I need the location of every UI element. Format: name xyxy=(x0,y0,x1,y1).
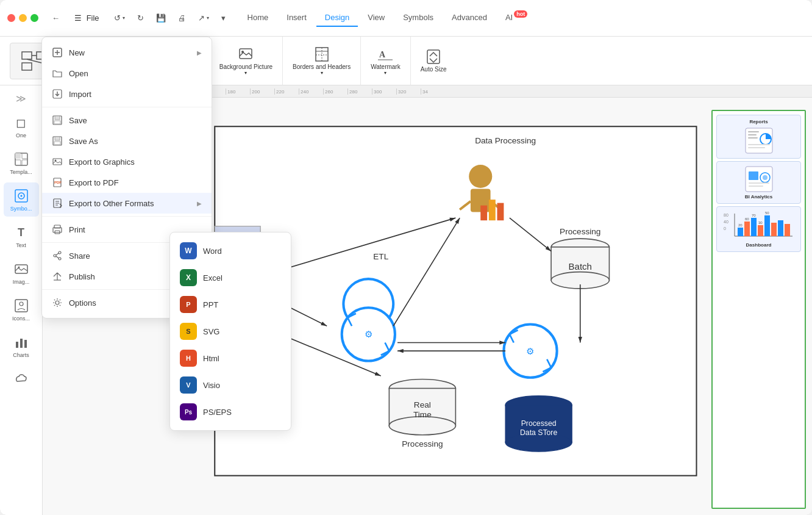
svg-point-128 xyxy=(59,251,61,254)
title-bar: ← ☰ File ↺ ▾ ↻ 💾 🖨 ↗ ▾ ▾ Home Insert De xyxy=(0,0,812,37)
watermark-group: A Watermark ▾ xyxy=(361,37,411,85)
sidebar-collapse-btn[interactable]: ≫ xyxy=(13,90,29,107)
save-button[interactable]: 💾 xyxy=(152,11,169,25)
svg-rect-83 xyxy=(749,171,758,180)
menu-item-export-other[interactable]: Export to Other Formats ▶ xyxy=(42,193,212,214)
menu-item-import[interactable]: Import xyxy=(42,84,212,104)
sub-menu-excel[interactable]: X Excel xyxy=(170,264,291,291)
sub-menu-visio[interactable]: V Visio xyxy=(170,372,291,398)
tab-ai[interactable]: AI hot xyxy=(497,9,536,27)
sidebar-item-template[interactable]: Templa... xyxy=(4,146,39,180)
undo-button[interactable]: ↺ ▾ xyxy=(110,11,129,25)
sub-menu-html[interactable]: H Html xyxy=(170,345,291,372)
file-menu-button[interactable]: ☰ File xyxy=(68,10,105,26)
svg-point-23 xyxy=(20,195,22,197)
print-menu-icon xyxy=(52,224,63,235)
svg-rect-94 xyxy=(744,221,750,236)
new-icon xyxy=(52,47,63,58)
menu-item-export-pdf[interactable]: PDF Export to PDF xyxy=(42,172,212,193)
svg-rect-87 xyxy=(749,185,763,187)
svg-point-130 xyxy=(54,254,56,257)
ruler-mark: 280 xyxy=(347,88,372,95)
bg-picture-btn[interactable]: Background Picture ▾ xyxy=(215,44,277,78)
sidebar-item-symbols[interactable]: Symbo... xyxy=(4,182,39,217)
ruler-mark: 220 xyxy=(274,88,299,95)
print-icon: 🖨 xyxy=(178,13,186,23)
tab-symbols[interactable]: Symbols xyxy=(394,9,442,27)
svg-rect-115 xyxy=(55,137,60,140)
ppt-icon: P xyxy=(180,296,197,313)
sidebar-item-text[interactable]: T Text xyxy=(4,219,39,253)
open-icon xyxy=(52,68,63,79)
export-other-arrow: ▶ xyxy=(197,200,202,207)
one-icon: ◻ xyxy=(13,114,30,131)
visio-icon: V xyxy=(180,376,197,394)
sidebar-item-charts[interactable]: Charts xyxy=(4,329,39,363)
options-icon xyxy=(52,297,63,308)
svg-point-118 xyxy=(55,160,57,162)
more-button[interactable]: ▾ xyxy=(218,11,229,25)
svg-rect-116 xyxy=(54,142,60,145)
sidebar-item-more[interactable] xyxy=(4,366,39,392)
svg-text:Processing: Processing xyxy=(560,227,600,236)
tab-insert[interactable]: Insert xyxy=(278,9,315,27)
svg-point-134 xyxy=(55,301,59,304)
app-window: ← ☰ File ↺ ▾ ↻ 💾 🖨 ↗ ▾ ▾ Home Insert De xyxy=(0,0,812,515)
menu-item-export-graphics[interactable]: Export to Graphics xyxy=(42,151,212,172)
menu-item-open[interactable]: Open xyxy=(42,63,212,84)
sub-menu-word[interactable]: W Word xyxy=(170,237,291,264)
sub-menu-ps[interactable]: Ps PS/EPS xyxy=(170,398,291,425)
borders-btn[interactable]: Borders and Headers ▾ xyxy=(288,44,355,78)
tab-design[interactable]: Design xyxy=(316,9,358,27)
svg-rect-99 xyxy=(778,220,783,236)
svg-line-132 xyxy=(56,256,59,258)
minimize-button[interactable] xyxy=(19,14,27,22)
svg-rect-30 xyxy=(24,340,27,348)
export-graphics-icon xyxy=(52,156,63,167)
ruler-mark: 240 xyxy=(299,88,323,95)
svg-rect-77 xyxy=(748,134,757,135)
svg-text:20: 20 xyxy=(738,223,743,227)
svg-text:Batch: Batch xyxy=(569,261,592,272)
save-as-icon xyxy=(52,135,63,146)
svg-rect-112 xyxy=(55,116,60,120)
autosize-btn[interactable]: Auto Size xyxy=(416,46,452,75)
svg-point-129 xyxy=(59,258,61,260)
sidebar-item-icons[interactable]: Icons... xyxy=(4,292,39,326)
svg-rect-93 xyxy=(738,228,743,236)
ruler-mark: 300 xyxy=(372,88,396,95)
svg-text:Processed: Processed xyxy=(521,419,557,428)
sub-menu-ppt[interactable]: P PPT xyxy=(170,291,291,318)
watermark-btn[interactable]: A Watermark ▾ xyxy=(366,44,405,78)
ruler-mark: 320 xyxy=(396,88,421,95)
back-button[interactable]: ← xyxy=(48,11,63,25)
svg-point-85 xyxy=(763,175,767,180)
redo-button[interactable]: ↻ xyxy=(134,11,148,25)
nav-tabs: Home Insert Design View Symbols Advanced… xyxy=(239,9,536,27)
svg-text:50: 50 xyxy=(765,211,769,215)
tab-advanced[interactable]: Advanced xyxy=(443,9,496,27)
export-arrow: ▾ xyxy=(207,15,209,21)
sidebar-item-images[interactable]: Imag... xyxy=(4,256,39,290)
sidebar-item-one[interactable]: ◻ One xyxy=(4,109,39,143)
sub-menu-svg[interactable]: S SVG xyxy=(170,318,291,345)
tab-view[interactable]: View xyxy=(359,9,393,27)
svg-text:⚙: ⚙ xyxy=(365,329,372,339)
print-button[interactable]: 🖨 xyxy=(174,11,190,25)
divider-1 xyxy=(42,107,212,107)
svg-text:⚙: ⚙ xyxy=(527,346,535,356)
svg-line-139 xyxy=(54,300,55,300)
menu-item-new[interactable]: New ▶ xyxy=(42,42,212,63)
export-button[interactable]: ↗ ▾ xyxy=(194,11,213,25)
share-icon xyxy=(52,250,63,261)
save-menu-icon xyxy=(52,115,63,126)
menu-item-save-as[interactable]: Save As xyxy=(42,131,212,151)
word-icon: W xyxy=(180,242,197,259)
svg-rect-0 xyxy=(22,52,32,59)
maximize-button[interactable] xyxy=(30,14,38,22)
menu-item-save[interactable]: Save xyxy=(42,110,212,131)
autosize-icon xyxy=(425,49,442,66)
svg-line-142 xyxy=(60,300,60,300)
close-button[interactable] xyxy=(7,14,15,22)
tab-home[interactable]: Home xyxy=(239,9,277,27)
